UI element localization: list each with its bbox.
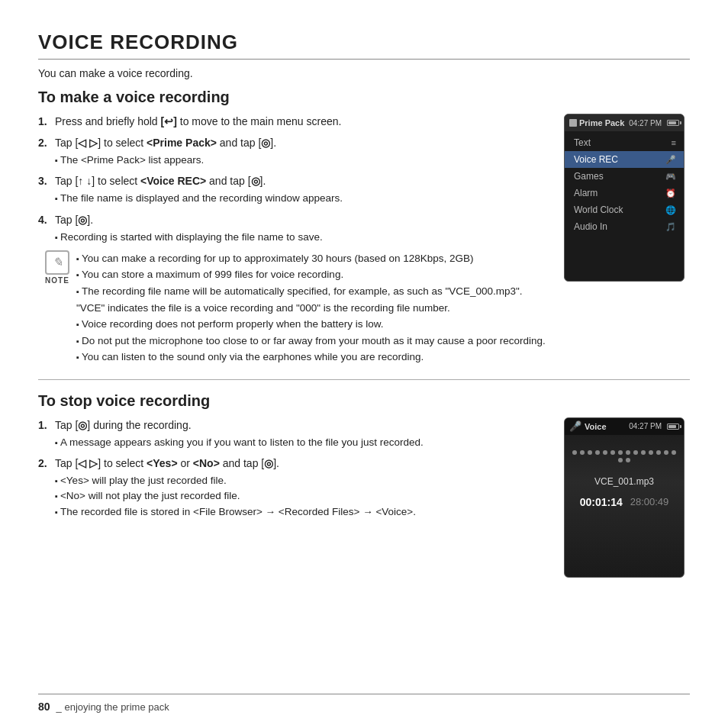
step-2: 2. Tap [◁ ▷] to select <Prime Pack> and … [38, 135, 549, 168]
section2-step-1: 1. Tap [◎] during the recording. A messa… [38, 417, 549, 450]
step-4-sub-1: Recording is started with displaying the… [55, 230, 323, 245]
step-1-content: Press and briefly hold [↩] to move to th… [55, 114, 341, 130]
note-icon-wrap: ✎ NOTE [38, 250, 76, 285]
note-item-1: You can make a recording for up to appro… [76, 250, 549, 267]
section-1-content: 1. Press and briefly hold [↩] to move to… [38, 114, 690, 372]
section-2: To stop voice recording 1. Tap [◎] durin… [38, 379, 690, 578]
menu-item-voice-rec: Voice REC 🎤 [565, 151, 684, 168]
menu-icon-games: 🎮 [665, 172, 676, 182]
note-icon: ✎ [45, 250, 69, 275]
dot [618, 458, 623, 462]
device-topbar: Prime Pack 04:27 PM [565, 114, 684, 131]
dot [656, 450, 661, 455]
device-topbar-left: Prime Pack [569, 118, 624, 127]
section-1: To make a voice recording 1. Press and b… [38, 89, 690, 372]
dot [618, 450, 623, 455]
section2-step-2-sub: <Yes> will play the just recorded file. … [55, 473, 416, 520]
section-1-header: To make a voice recording [38, 89, 690, 106]
dot [672, 450, 676, 455]
device2-topbar: 🎤 Voice 04:27 PM [565, 418, 684, 435]
device2-timer-row: 00:01:14 28:00:49 [565, 496, 684, 508]
section2-step-2-content: Tap [◁ ▷] to select <Yes> or <No> and ta… [55, 456, 416, 520]
menu-icon-alarm: ⏰ [665, 188, 676, 198]
section-2-header: To stop voice recording [38, 392, 690, 410]
menu-label-audio-in: Audio In [574, 221, 607, 232]
dot [610, 450, 615, 455]
step-1: 1. Press and briefly hold [↩] to move to… [38, 114, 549, 130]
battery-icon [667, 120, 679, 126]
page-subtitle: You can make a voice recording. [38, 67, 690, 79]
step-2-sub: The <Prime Pack> list appears. [55, 153, 276, 168]
footer-page-number: 80 [38, 701, 50, 713]
section2-step-2-sub-1: <Yes> will play the just recorded file. [55, 473, 416, 488]
step-3: 3. Tap [↑ ↓] to select <Voice REC> and t… [38, 173, 549, 206]
section2-step-2-num: 2. [38, 456, 55, 520]
step-2-sub-1: The <Prime Pack> list appears. [55, 153, 276, 168]
step-4: 4. Tap [◎]. Recording is started with di… [38, 212, 549, 245]
note-item-2: You can store a maximum of 999 files for… [76, 266, 549, 283]
device-topbar-icon [569, 119, 577, 127]
section2-step-2-sub-2: <No> will not play the just recorded fil… [55, 488, 416, 504]
menu-icon-text: ≡ [672, 138, 676, 147]
device-topbar-title: Prime Pack [579, 118, 624, 127]
step-4-num: 4. [38, 212, 55, 245]
dot [588, 450, 592, 455]
device2-dots [565, 435, 684, 470]
note-list: You can make a recording for up to appro… [76, 250, 549, 366]
menu-item-world-clock: World Clock 🌐 [565, 201, 684, 218]
page-title: VOICE RECORDING [38, 31, 690, 60]
menu-label-games: Games [574, 171, 604, 182]
step-3-content: Tap [↑ ↓] to select <Voice REC> and tap … [55, 173, 343, 206]
menu-label-world-clock: World Clock [574, 205, 623, 215]
section2-step-2: 2. Tap [◁ ▷] to select <Yes> or <No> and… [38, 456, 549, 520]
step-4-sub: Recording is started with displaying the… [55, 230, 323, 245]
step-2-content: Tap [◁ ▷] to select <Prime Pack> and tap… [55, 135, 276, 168]
dot [641, 450, 646, 455]
device2-battery-icon [667, 424, 679, 430]
section2-step-1-sub-1: A message appears asking you if you want… [55, 435, 424, 450]
step-3-num: 3. [38, 173, 55, 206]
section2-step-1-sub: A message appears asking you if you want… [55, 435, 424, 450]
device-screen-voice: 🎤 Voice 04:27 PM [564, 417, 685, 578]
note-item-3: The recording file name will be automati… [76, 283, 549, 316]
note-block: ✎ NOTE You can make a recording for up t… [38, 250, 549, 366]
menu-item-games: Games 🎮 [565, 168, 684, 185]
note-item-5: Do not put the microphone too close to o… [76, 333, 549, 350]
steps-column-2: 1. Tap [◎] during the recording. A messa… [38, 417, 564, 525]
note-item-6: You can listen to the sound only via the… [76, 349, 549, 366]
device2-filename: VCE_001.mp3 [565, 476, 684, 487]
menu-item-audio-in: Audio In 🎵 [565, 218, 684, 235]
menu-label-voice-rec: Voice REC [574, 154, 618, 165]
menu-icon-audio-in: 🎵 [665, 222, 676, 232]
page-footer: 80 _ enjoying the prime pack [38, 694, 690, 713]
device-mockup-2: 🎤 Voice 04:27 PM [564, 417, 690, 578]
menu-icon-voice-rec: 🎤 [665, 155, 676, 165]
device2-timer-main: 00:01:14 [580, 496, 623, 508]
device2-title: Voice [585, 422, 607, 431]
menu-label-alarm: Alarm [574, 188, 598, 198]
menu-item-alarm: Alarm ⏰ [565, 185, 684, 201]
step-1-bold: [↩] [161, 115, 177, 127]
dot [664, 450, 668, 455]
dot [572, 450, 577, 455]
step-3-sub: The file name is displayed and the recor… [55, 191, 343, 206]
section2-step-1-content: Tap [◎] during the recording. A message … [55, 417, 424, 450]
device-screen-prime-pack: Prime Pack 04:27 PM Text ≡ Vo [564, 114, 685, 282]
dot [649, 450, 653, 455]
section-2-content: 1. Tap [◎] during the recording. A messa… [38, 417, 690, 578]
dot [580, 450, 585, 455]
dot [626, 458, 630, 462]
device2-time: 04:27 PM [629, 422, 662, 430]
device2-topbar-left: 🎤 Voice [569, 420, 607, 432]
device-mockup-1: Prime Pack 04:27 PM Text ≡ Vo [564, 114, 690, 282]
footer-description: _ enjoying the prime pack [56, 701, 169, 713]
section2-step-2-sub-3: The recorded file is stored in <File Bro… [55, 504, 416, 520]
dot [633, 450, 638, 455]
dot [595, 450, 600, 455]
device2-mic-icon: 🎤 [569, 420, 581, 432]
menu-icon-world-clock: 🌐 [665, 205, 676, 215]
step-3-sub-1: The file name is displayed and the recor… [55, 191, 343, 206]
dot [626, 450, 630, 455]
device-topbar-time: 04:27 PM [629, 119, 662, 127]
note-label: NOTE [45, 276, 69, 285]
